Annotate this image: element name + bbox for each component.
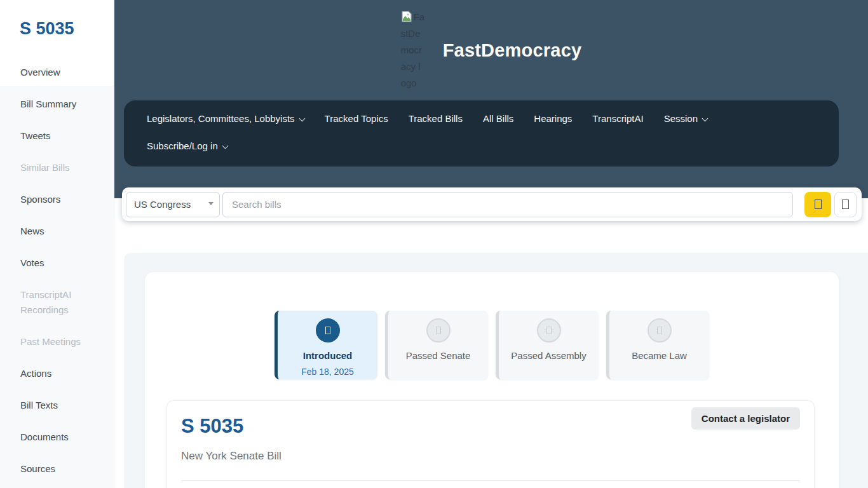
nav-item-transcriptai[interactable]: TranscriptAI [592,113,643,124]
nav-item-label: Session [664,113,698,124]
bill-overview-card: IntroducedFeb 18, 2025Passed SenatePasse… [145,272,839,488]
nav-item-label: Legislators, Committees, Lobbyists [147,113,295,124]
search-input[interactable] [222,192,793,217]
logo-alt-text: FastDemocracy logo [401,11,425,88]
nav-item-tracked-bills[interactable]: Tracked Bills [409,113,463,124]
search-bar: US Congress [122,187,862,221]
progress-step-became-law: Became Law [606,311,709,379]
divider [181,480,800,481]
chevron-down-icon [222,143,228,149]
progress-step-introduced: IntroducedFeb 18, 2025 [275,311,377,379]
missing-glyph-icon [842,200,849,209]
bill-card-header: S 5035 Contact a legislator [181,407,800,438]
progress-step-passed-senate: Passed Senate [385,311,488,379]
step-date: Feb 18, 2025 [278,367,377,377]
sidebar: S 5035 OverviewBill SummaryTweetsSimilar… [0,0,114,488]
step-status-icon [426,318,451,342]
nav-item-label: Hearings [534,113,572,124]
main-column: FastDemocracy logo FastDemocracy Legisla… [114,0,868,488]
secondary-search-button[interactable] [834,192,857,217]
sidebar-item-transcriptai-recordings: TranscriptAI Recordings [0,279,114,326]
sidebar-item-sponsors[interactable]: Sponsors [0,184,114,215]
sidebar-item-past-meetings: Past Meetings [0,326,114,358]
bill-detail-card: S 5035 Contact a legislator New York Sen… [166,400,815,488]
sidebar-item-bill-texts[interactable]: Bill Texts [0,390,114,421]
nav-item-all-bills[interactable]: All Bills [483,113,513,124]
sidebar-item-similar-bills: Similar Bills [0,152,114,184]
missing-glyph-icon [657,327,662,334]
step-label: Became Law [609,348,709,363]
sidebar-item-overview[interactable]: Overview [0,57,114,88]
sidebar-item-votes[interactable]: Votes [0,247,114,279]
sidebar-bill-title: S 5035 [20,19,114,39]
search-icon [815,200,822,209]
nav-item-session[interactable]: Session [664,113,707,124]
sidebar-nav: OverviewBill SummaryTweetsSimilar BillsS… [0,57,114,485]
nav-item-legislators-committees-lobbyists[interactable]: Legislators, Committees, Lobbyists [147,113,304,124]
sidebar-item-tweets[interactable]: Tweets [0,120,114,152]
step-status-icon [316,318,340,342]
nav-item-label: Subscribe/Log in [147,140,218,151]
nav-item-label: Tracked Topics [325,113,388,124]
jurisdiction-select[interactable]: US Congress [126,192,220,217]
missing-glyph-icon [546,327,552,334]
missing-glyph-icon [436,327,441,334]
nav-item-hearings[interactable]: Hearings [534,113,572,124]
contact-legislator-button[interactable]: Contact a legislator [691,407,800,430]
page-header: FastDemocracy logo FastDemocracy Legisla… [114,0,868,198]
search-button[interactable] [804,192,831,217]
step-label: Passed Senate [388,348,488,363]
sidebar-item-actions[interactable]: Actions [0,358,114,390]
broken-image-icon [401,11,412,22]
nav-item-label: Tracked Bills [409,113,463,124]
bill-number-title: S 5035 [181,415,243,438]
nav-item-tracked-topics[interactable]: Tracked Topics [325,113,388,124]
step-label: Introduced [278,348,377,363]
nav-item-label: All Bills [483,113,513,124]
nav-item-subscribe-log-in[interactable]: Subscribe/Log in [147,140,227,151]
sidebar-item-documents[interactable]: Documents [0,421,114,453]
bill-subtitle: New York Senate Bill [181,450,800,463]
step-status-icon [648,318,672,342]
sidebar-item-news[interactable]: News [0,215,114,247]
chevron-down-icon [299,116,305,122]
brand-link[interactable]: FastDemocracy logo FastDemocracy [114,0,868,95]
sidebar-item-bill-summary[interactable]: Bill Summary [0,88,114,120]
step-label: Passed Assembly [499,348,599,363]
navbar-row-primary: Legislators, Committees, LobbyistsTracke… [147,113,816,124]
jurisdiction-select-wrap: US Congress [126,192,220,217]
missing-glyph-icon [325,327,330,334]
brand-title: FastDemocracy [443,40,582,61]
content-section: IntroducedFeb 18, 2025Passed SenatePasse… [124,253,868,488]
step-status-icon [537,318,561,342]
broken-logo-image: FastDemocracy logo [401,9,425,92]
sidebar-item-sources[interactable]: Sources [0,453,114,485]
chevron-down-icon [702,116,709,122]
bill-progress-steps: IntroducedFeb 18, 2025Passed SenatePasse… [145,311,839,379]
navbar-row-secondary: Subscribe/Log in [147,140,816,151]
main-navbar: Legislators, Committees, LobbyistsTracke… [124,100,839,166]
nav-item-label: TranscriptAI [592,113,643,124]
progress-step-passed-assembly: Passed Assembly [496,311,599,379]
